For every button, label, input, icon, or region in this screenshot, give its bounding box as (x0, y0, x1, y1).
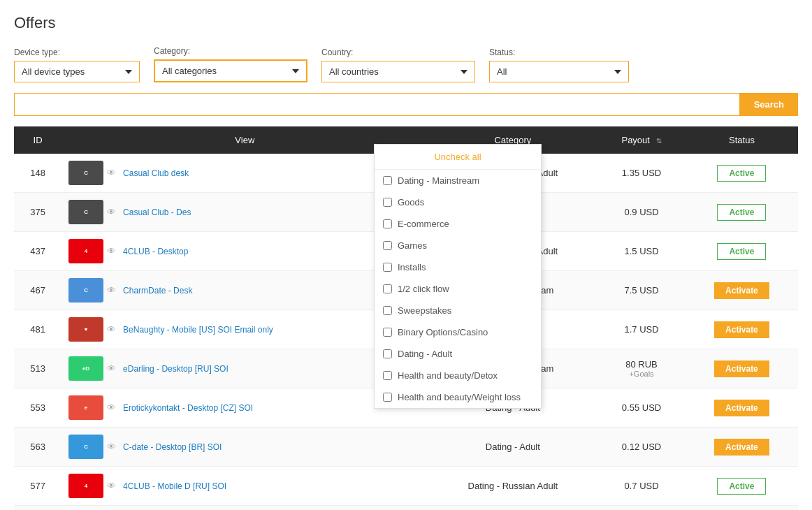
search-button[interactable]: Search (740, 93, 798, 116)
dropdown-item-dating-adult[interactable]: Dating - Adult (375, 343, 541, 365)
dropdown-item-half-click-flow[interactable]: 1/2 click flow (375, 278, 541, 300)
col-view: View (61, 126, 428, 154)
eye-icon-577[interactable]: 👁 (107, 481, 116, 491)
status-select[interactable]: All (489, 61, 629, 82)
offer-payout-467: 7.5 USD (597, 271, 686, 310)
eye-icon-467[interactable]: 👁 (107, 285, 116, 296)
eye-icon-148[interactable]: 👁 (107, 168, 116, 178)
offer-status-467[interactable]: Activate (686, 271, 798, 310)
status-badge-577[interactable]: Active (717, 478, 766, 495)
eye-icon-563[interactable]: 👁 (107, 442, 116, 452)
offer-payout-563: 0.12 USD (597, 428, 686, 467)
offer-status-375[interactable]: Active (686, 193, 798, 232)
offer-id-553: 553 (14, 388, 61, 428)
status-badge-437[interactable]: Active (717, 243, 766, 260)
checkbox-half-click-flow[interactable] (383, 284, 392, 293)
offer-logo-553: e (68, 395, 103, 420)
device-type-filter: Device type: All device types (14, 48, 140, 82)
checkbox-binary-casino[interactable] (383, 328, 392, 337)
status-badge-467[interactable]: Activate (714, 282, 769, 299)
checkbox-goods[interactable] (383, 198, 392, 207)
eye-icon-437[interactable]: 👁 (107, 246, 116, 256)
category-filter: Category: All categories Uncheck all Dat… (154, 46, 307, 82)
status-label: Status: (489, 48, 629, 57)
offer-view-437: 4👁4CLUB - Desktop (61, 232, 428, 271)
offer-link-513[interactable]: eDarling - Desktop [RU] SOI (123, 364, 229, 374)
offer-status-563[interactable]: Activate (686, 428, 798, 467)
dropdown-item-health-weight[interactable]: Health and beauty/Weight loss (375, 386, 541, 408)
offer-logo-375: C (68, 200, 103, 224)
search-row: Search (14, 93, 798, 116)
offer-link-563[interactable]: C-date - Desktop [BR] SOI (123, 442, 222, 452)
eye-icon-481[interactable]: 👁 (107, 324, 116, 335)
checkbox-games[interactable] (383, 241, 392, 250)
search-input[interactable] (14, 93, 740, 116)
status-badge-481[interactable]: Activate (714, 321, 769, 338)
dropdown-item-sweepstakes[interactable]: Sweepstakes (375, 300, 541, 321)
offer-link-481[interactable]: BeNaughty - Mobile [US] SOI Email only (123, 325, 273, 335)
offer-logo-467: C (68, 278, 103, 303)
dropdown-item-games[interactable]: Games (375, 235, 541, 256)
offer-status-148[interactable]: Active (686, 154, 798, 193)
device-type-select[interactable]: All device types (14, 61, 140, 82)
offer-status-713[interactable]: Activate (686, 506, 798, 511)
country-select[interactable]: All countries (321, 61, 475, 82)
eye-icon-513[interactable]: 👁 (107, 363, 116, 374)
checkbox-health-detox[interactable] (383, 371, 392, 380)
col-id: ID (14, 126, 61, 154)
status-badge-553[interactable]: Activate (714, 400, 769, 416)
dropdown-item-ecommerce[interactable]: E-commerce (375, 213, 541, 235)
category-select[interactable]: All categories (154, 59, 307, 82)
checkbox-dating-mainstream[interactable] (383, 176, 392, 185)
offer-id-467: 467 (14, 271, 61, 310)
offer-logo-148: C (68, 161, 103, 185)
offer-payout-713: 2.1 USD (597, 506, 686, 511)
offer-status-481[interactable]: Activate (686, 310, 798, 349)
status-badge-563[interactable]: Activate (714, 439, 769, 456)
offer-logo-577: 4 (68, 474, 103, 498)
label-installs: Installs (398, 262, 426, 272)
checkbox-installs[interactable] (383, 263, 392, 272)
status-badge-513[interactable]: Activate (714, 360, 769, 377)
country-label: Country: (321, 48, 475, 57)
offer-status-577[interactable]: Active (686, 467, 798, 506)
uncheck-all-button[interactable]: Uncheck all (375, 145, 541, 170)
offer-payout-481: 1.7 USD (597, 310, 686, 349)
checkbox-health-weight[interactable] (383, 393, 392, 402)
status-badge-148[interactable]: Active (717, 165, 766, 182)
offer-status-513[interactable]: Activate (686, 349, 798, 388)
offer-logo-513: eD (68, 356, 103, 381)
label-sweepstakes: Sweepstakes (398, 305, 451, 316)
col-payout[interactable]: Payout ⇅ (597, 126, 686, 154)
checkbox-ecommerce[interactable] (383, 219, 392, 228)
offer-link-467[interactable]: CharmDate - Desk (123, 286, 192, 296)
offer-link-375[interactable]: Casual Club - Des (123, 207, 191, 217)
offer-link-437[interactable]: 4CLUB - Desktop (123, 247, 188, 256)
label-health-detox: Health and beauty/Detox (398, 370, 498, 381)
eye-icon-553[interactable]: 👁 (107, 402, 116, 413)
dropdown-item-health-detox[interactable]: Health and beauty/Detox (375, 365, 541, 386)
checkbox-dating-adult[interactable] (383, 349, 392, 358)
eye-icon-375[interactable]: 👁 (107, 207, 116, 217)
offer-status-437[interactable]: Active (686, 232, 798, 271)
dropdown-item-dating-mainstream[interactable]: Dating - Mainstream (375, 170, 541, 191)
offer-link-553[interactable]: Erotickykontakt - Desktop [CZ] SOI (123, 403, 253, 413)
dropdown-item-installs[interactable]: Installs (375, 256, 541, 278)
offer-link-577[interactable]: 4CLUB - Mobile D [RU] SOI (123, 481, 226, 491)
table-row: 563C👁C-date - Desktop [BR] SOIDating - A… (14, 428, 798, 467)
dropdown-item-goods[interactable]: Goods (375, 191, 541, 213)
checkbox-sweepstakes[interactable] (383, 306, 392, 315)
label-dating-mainstream: Dating - Mainstream (398, 175, 479, 186)
offer-view-513: eD👁eDarling - Desktop [RU] SOI (61, 349, 428, 388)
offer-status-553[interactable]: Activate (686, 388, 798, 428)
dropdown-item-binary-casino[interactable]: Binary Options/Casino (375, 321, 541, 343)
offer-payout-577: 0.7 USD (597, 467, 686, 506)
offer-link-148[interactable]: Casual Club desk (123, 168, 189, 178)
status-badge-375[interactable]: Active (717, 204, 766, 221)
offer-logo-481: ♥ (68, 317, 103, 342)
offer-view-563: C👁C-date - Desktop [BR] SOI (61, 428, 428, 467)
offer-id-713: 713 (14, 506, 61, 511)
offer-payout-375: 0.9 USD (597, 193, 686, 232)
offer-id-437: 437 (14, 232, 61, 271)
offer-payout-437: 1.5 USD (597, 232, 686, 271)
